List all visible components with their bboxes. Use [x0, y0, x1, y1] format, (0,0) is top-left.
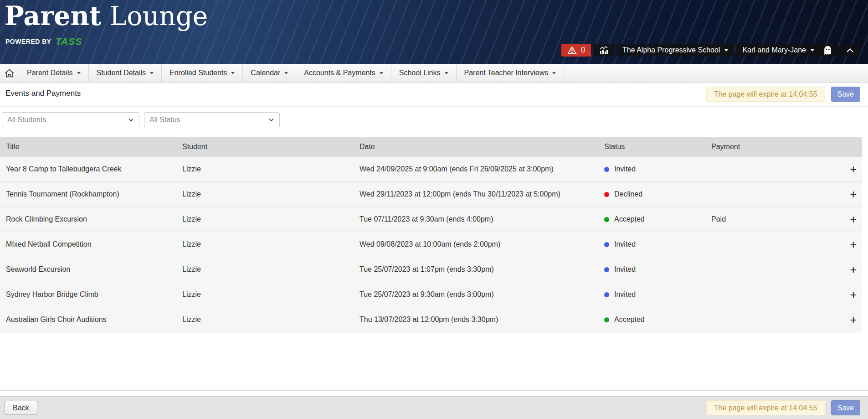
status-dot-icon [604, 217, 609, 222]
nav-parent-details[interactable]: Parent Details [19, 64, 89, 82]
nav-school-links[interactable]: School Links [391, 64, 457, 82]
back-button[interactable]: Back [5, 401, 37, 415]
select-chevron-icon [268, 118, 274, 122]
plus-icon: + [850, 313, 857, 326]
ghost-notifications-icon[interactable] [823, 46, 832, 55]
caret-down-icon [380, 72, 383, 74]
nav-label: Parent Details [27, 69, 73, 77]
table-row: Sydney Harbor Bridge Climb Lizzie Tue 25… [0, 282, 862, 307]
status-dot-icon [604, 167, 609, 172]
expand-row-button[interactable]: + [850, 239, 862, 250]
col-student: Student [182, 143, 360, 151]
expand-row-button[interactable]: + [850, 314, 862, 326]
event-date: Tue 25/07/2023 at 1:07pm (ends 3:30pm) [360, 265, 604, 274]
event-title: MIxed Netball Competition [6, 240, 182, 248]
nav-student-details[interactable]: Student Details [89, 64, 162, 82]
expand-row-button[interactable]: + [850, 289, 862, 300]
alerts-button[interactable]: 0 [561, 44, 591, 57]
status-dot-icon [604, 292, 609, 297]
event-status: Accepted [604, 316, 711, 324]
tass-logo: TASS [56, 36, 82, 47]
alert-count: 0 [581, 46, 585, 54]
event-title: Year 8 Camp to Tallebudgera Creek [6, 165, 182, 173]
col-title: Title [6, 143, 182, 151]
caret-down-icon [445, 72, 448, 74]
caret-down-icon [284, 72, 288, 74]
nav-calendar[interactable]: Calendar [243, 64, 296, 82]
event-date: Wed 09/08/2023 at 10:00am (ends 2:00pm) [360, 240, 604, 248]
filters-row: All Students All Status [2, 112, 280, 127]
powered-by: POWERED BY TASS [5, 36, 82, 47]
expiry-notice: The page will expire at 14:04:55 [706, 87, 825, 102]
footer-bar: Back The page will expire at 14:04:55 Sa… [0, 396, 868, 419]
home-icon [4, 68, 15, 78]
event-date: Wed 24/09/2025 at 9:00am (ends Fri 26/09… [360, 165, 604, 173]
nav-label: Student Details [97, 69, 146, 77]
page-title: Events and Payments [5, 89, 81, 98]
event-student: Lizzie [182, 215, 360, 223]
collapse-header-button[interactable] [840, 44, 860, 57]
analytics-button[interactable] [593, 44, 614, 57]
status-dot-icon [604, 192, 609, 197]
table-row: MIxed Netball Competition Lizzie Wed 09/… [0, 232, 862, 257]
user-menu-button[interactable]: Karl and Mary-Jane [736, 44, 838, 57]
powered-by-label: POWERED BY [5, 38, 51, 45]
nav-enrolled-students[interactable]: Enrolled Students [162, 64, 243, 82]
col-status: Status [604, 143, 711, 151]
caret-down-icon [231, 72, 235, 74]
event-title: Tennis Tournament (Rockhampton) [6, 190, 182, 198]
page-footer: Back The page will expire at 14:04:55 Sa… [0, 390, 868, 419]
plus-icon: + [850, 288, 857, 301]
nav-label: Calendar [251, 69, 280, 77]
expand-row-button[interactable]: + [850, 164, 862, 175]
event-student: Lizzie [182, 290, 360, 299]
events-table-body: Year 8 Camp to Tallebudgera Creek Lizzie… [0, 157, 862, 332]
event-student: Lizzie [182, 316, 360, 324]
main-content: Events and Payments The page will expire… [0, 83, 868, 390]
table-row: Australian Girls Choir Auditions Lizzie … [0, 307, 862, 332]
status-label: Invited [614, 265, 636, 274]
nav-home[interactable] [0, 64, 19, 82]
chevron-down-icon [724, 49, 728, 52]
warning-icon [567, 46, 577, 55]
event-status: Invited [604, 240, 711, 248]
divider [0, 106, 868, 107]
status-label: Accepted [614, 316, 645, 324]
footer-expiry-save: The page will expire at 14:04:55 Save [706, 400, 860, 415]
status-filter-select[interactable]: All Status [144, 112, 280, 127]
save-button[interactable]: Save [831, 87, 860, 102]
plus-icon: + [850, 213, 857, 226]
logo-lounge: Lounge [109, 1, 208, 31]
table-row: Seaworld Excursion Lizzie Tue 25/07/2023… [0, 257, 862, 282]
event-student: Lizzie [182, 165, 360, 173]
school-selector-button[interactable]: The Alpha Progressive School [616, 44, 734, 57]
bar-chart-icon [599, 46, 608, 55]
event-title: Rock Climbing Excursion [6, 215, 182, 223]
chevron-down-icon [811, 49, 814, 52]
events-table: Title Student Date Status Payment Year 8… [0, 137, 862, 332]
nav-parent-teacher-interviews[interactable]: Parent Teacher Interviews [457, 64, 565, 82]
student-filter-select[interactable]: All Students [2, 112, 139, 127]
app-header: Parent Lounge POWERED BY TASS 0 The Alph… [0, 0, 868, 64]
col-date: Date [360, 143, 604, 151]
status-label: Invited [614, 165, 636, 173]
caret-down-icon [150, 72, 154, 74]
status-label: Declined [614, 190, 642, 198]
expand-row-button[interactable]: + [850, 264, 862, 275]
event-date: Thu 13/07/2023 at 12:00pm (ends 3:30pm) [360, 316, 604, 324]
nav-accounts-payments[interactable]: Accounts & Payments [296, 64, 391, 82]
header-expiry-save: The page will expire at 14:04:55 Save [706, 87, 860, 102]
event-student: Lizzie [182, 190, 360, 198]
status-dot-icon [604, 242, 609, 247]
event-status: Declined [604, 190, 711, 198]
event-date: Tue 07/11/2023 at 9:30am (ends 4:00pm) [360, 215, 604, 223]
event-date: Wed 29/11/2023 at 12:00pm (ends Thu 30/1… [360, 190, 604, 198]
user-name: Karl and Mary-Jane [742, 46, 806, 54]
expand-row-button[interactable]: + [850, 214, 862, 225]
expand-row-button[interactable]: + [850, 189, 862, 200]
save-button[interactable]: Save [831, 400, 860, 415]
app-logo: Parent Lounge [5, 1, 208, 31]
header-actions: 0 The Alpha Progressive School Karl and … [561, 44, 860, 57]
school-name: The Alpha Progressive School [622, 46, 720, 54]
event-title: Australian Girls Choir Auditions [6, 316, 182, 324]
